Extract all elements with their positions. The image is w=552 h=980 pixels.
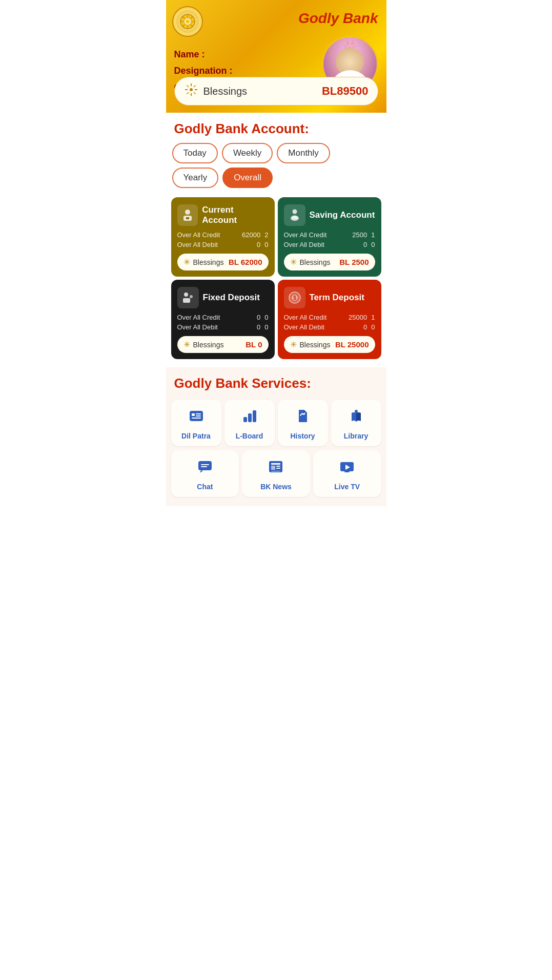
fixed-deposit-card[interactable]: Fixed Deposit Over All Credit 0 0 Over A… — [171, 280, 275, 359]
svg-line-16 — [187, 86, 189, 88]
svg-rect-28 — [183, 298, 190, 303]
saving-credit-count: 1 — [371, 231, 375, 239]
current-bless-value: BL 62000 — [229, 258, 262, 266]
tab-overall[interactable]: Overall — [222, 168, 273, 188]
fixed-debit-count: 0 — [264, 323, 268, 331]
blessings-icon — [184, 82, 198, 100]
current-account-card[interactable]: Current Account Over All Credit 62000 2 … — [171, 197, 275, 277]
chat-icon — [197, 458, 213, 478]
saving-account-title: Saving Account — [310, 210, 375, 220]
saving-credit-row: Over All Credit 2500 1 — [284, 231, 375, 239]
tabs-row: Today Weekly Monthly Yearly Overall — [166, 141, 386, 194]
term-credit-amount: 25000 — [349, 314, 367, 321]
fixed-credit-row: Over All Credit 0 0 — [177, 314, 269, 321]
services-section: Godly Bank Services: Dil Patra — [166, 367, 386, 506]
svg-point-10 — [186, 19, 190, 24]
term-bless-value: BL 25000 — [335, 340, 369, 349]
service-library[interactable]: Library — [331, 400, 381, 446]
name-label: Name : — [174, 46, 233, 62]
svg-point-11 — [190, 88, 193, 91]
dil-patra-label: Dil Patra — [181, 432, 211, 440]
svg-rect-34 — [196, 415, 201, 416]
fixed-credit-amount: 0 — [257, 314, 260, 321]
service-history[interactable]: History — [278, 400, 328, 446]
service-live-tv[interactable]: Live TV — [313, 450, 381, 497]
fixed-deposit-icon — [177, 287, 199, 308]
svg-point-26 — [184, 293, 188, 297]
account-section: Godly Bank Account: Today Weekly Monthly… — [166, 113, 386, 362]
term-debit-row: Over All Debit 0 0 — [284, 323, 375, 331]
header-banner: Godly Bank Name : Designation : Crown : … — [166, 0, 386, 113]
term-debit-count: 0 — [371, 323, 375, 331]
current-debit-row: Over All Debit 0 0 — [177, 241, 269, 248]
service-bk-news[interactable]: BK News — [242, 450, 310, 497]
current-debit-amount: 0 — [257, 241, 260, 248]
svg-point-41 — [355, 410, 358, 413]
services-grid-row2: Chat BK News — [166, 450, 386, 501]
svg-rect-45 — [269, 461, 282, 472]
svg-rect-44 — [201, 466, 207, 467]
saving-account-icon — [284, 204, 305, 226]
blessings-label: Blessings — [203, 86, 248, 97]
current-blessings: ✳ Blessings BL 62000 — [177, 254, 269, 270]
fixed-bless-icon: ✳ — [183, 340, 190, 349]
term-credit-count: 1 — [371, 314, 375, 321]
l-board-label: L-Board — [236, 432, 263, 440]
saving-bless-icon: ✳ — [290, 257, 297, 267]
tab-weekly[interactable]: Weekly — [222, 143, 273, 163]
svg-rect-43 — [201, 464, 209, 465]
live-tv-label: Live TV — [334, 483, 360, 491]
current-credit-amount: 62000 — [242, 231, 260, 239]
blessings-value: BL89500 — [322, 85, 369, 98]
app-title: Godly Bank — [298, 10, 378, 27]
tab-yearly[interactable]: Yearly — [172, 168, 219, 188]
service-l-board[interactable]: L-Board — [224, 400, 275, 446]
service-dil-patra[interactable]: Dil Patra — [171, 400, 221, 446]
svg-line-19 — [187, 92, 189, 94]
svg-rect-50 — [271, 471, 280, 472]
current-credit-row: Over All Credit 62000 2 — [177, 231, 269, 239]
fixed-deposit-title: Fixed Deposit — [203, 293, 260, 303]
services-section-title: Godly Bank Services: — [166, 367, 386, 395]
term-debit-amount: 0 — [363, 323, 367, 331]
blessings-bar: Blessings BL89500 — [174, 77, 378, 106]
svg-rect-46 — [271, 463, 280, 465]
fixed-debit-row: Over All Debit 0 0 — [177, 323, 269, 331]
tab-monthly[interactable]: Monthly — [277, 143, 330, 163]
current-debit-count: 0 — [264, 241, 268, 248]
svg-rect-36 — [243, 417, 247, 422]
account-cards-grid: Current Account Over All Credit 62000 2 … — [166, 194, 386, 362]
history-label: History — [290, 432, 315, 440]
service-chat[interactable]: Chat — [171, 450, 239, 497]
saving-debit-row: Over All Debit 0 0 — [284, 241, 375, 248]
saving-account-card[interactable]: Saving Account Over All Credit 2500 1 Ov… — [278, 197, 381, 277]
svg-rect-35 — [192, 418, 201, 419]
services-grid-row1: Dil Patra L-Board — [166, 395, 386, 450]
svg-rect-38 — [253, 410, 256, 422]
account-section-title: Godly Bank Account: — [166, 113, 386, 141]
svg-rect-48 — [276, 466, 280, 467]
library-label: Library — [344, 432, 368, 440]
svg-rect-22 — [186, 217, 189, 219]
current-credit-count: 2 — [264, 231, 268, 239]
term-bless-icon: ✳ — [290, 340, 297, 349]
svg-rect-42 — [198, 461, 212, 470]
term-deposit-icon: $ — [284, 287, 305, 308]
saving-blessings: ✳ Blessings BL 2500 — [284, 254, 375, 270]
app-logo — [172, 6, 203, 37]
chat-label: Chat — [197, 483, 213, 491]
bk-news-label: BK News — [260, 483, 292, 491]
svg-point-27 — [190, 295, 193, 298]
l-board-icon — [241, 408, 258, 428]
svg-point-25 — [292, 216, 298, 219]
tab-today[interactable]: Today — [172, 143, 218, 163]
svg-rect-49 — [276, 468, 280, 469]
svg-rect-33 — [196, 413, 201, 414]
saving-bless-value: BL 2500 — [339, 258, 369, 266]
fixed-blessings: ✳ Blessings BL 0 — [177, 336, 269, 353]
term-credit-row: Over All Credit 25000 1 — [284, 314, 375, 321]
bk-news-icon — [268, 458, 284, 478]
svg-point-20 — [185, 210, 190, 215]
term-deposit-card[interactable]: $ Term Deposit Over All Credit 25000 1 O… — [278, 280, 381, 359]
svg-rect-47 — [271, 466, 275, 470]
